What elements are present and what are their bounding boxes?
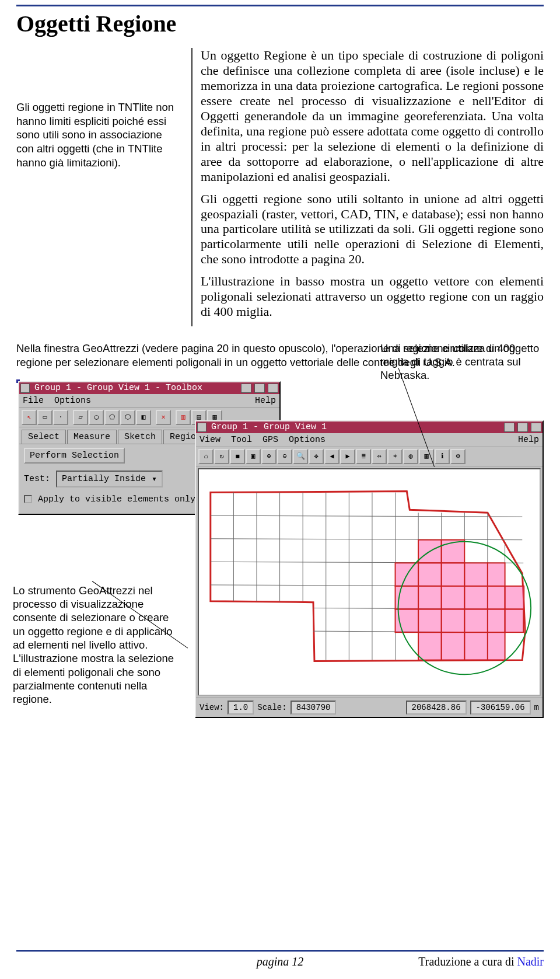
menu-options[interactable]: Options [289,435,326,445]
translation-link[interactable]: Nadir [517,955,544,968]
svg-rect-33 [418,609,442,632]
tab-sketch[interactable]: Sketch [118,430,162,444]
close-icon[interactable] [531,423,541,432]
chart-icon[interactable]: ▥ [176,410,191,425]
svg-line-1 [211,539,522,540]
paragraph-1: Un oggetto Regione è un tipo speciale di… [201,48,544,184]
region-icon[interactable]: ◧ [136,410,151,425]
svg-rect-39 [442,632,465,660]
shape-icon[interactable]: ⬠ [104,410,120,425]
home-icon[interactable]: ⌂ [198,449,214,464]
viewer-menubar: View Tool GPS Options Help [196,433,542,447]
toolbox-menubar: File Options Help [19,394,279,408]
svg-rect-20 [442,540,465,563]
svg-rect-28 [442,586,465,609]
paragraph-3: L'illustrazione in basso mostra un ogget… [201,274,544,319]
main-body: Un oggetto Regione è un tipo speciale di… [191,48,544,326]
point-icon[interactable]: · [53,410,68,425]
poly-icon[interactable]: ▱ [73,410,88,425]
prev-icon[interactable]: ◀ [324,449,340,464]
status-view-value: 1.0 [228,701,254,715]
svg-rect-29 [464,586,488,609]
svg-rect-24 [464,563,488,586]
arrow-icon[interactable]: ↖ [22,410,37,425]
ellipse-icon[interactable]: ◯ [89,410,104,425]
side-note: Gli oggetti regione in TNTlite non hanno… [16,48,180,326]
viewer-title: Group 1 - Group View 1 [209,422,501,432]
delete-icon[interactable]: ✕ [156,410,171,425]
minimize-icon[interactable] [241,384,251,393]
viewer-toolbar: ⌂ ↻ ◼ ▣ ⊕ ⊖ 🔍 ✥ ◀ ▶ ≣ ⇔ ⌖ ◍ ▦ ℹ ⚙ [196,447,542,466]
dropdown-icon: ▾ [152,473,157,485]
minimize-icon[interactable] [504,423,514,432]
svg-rect-37 [505,609,524,632]
svg-line-0 [211,515,522,517]
viewer-titlebar[interactable]: Group 1 - Group View 1 [196,421,542,433]
menu-file[interactable]: File [23,396,44,406]
settings-icon[interactable]: ⚙ [450,449,466,464]
screenshots-area: Una regione circolare di 400 miglia di r… [16,374,544,747]
close-icon[interactable] [268,384,278,393]
svg-rect-34 [442,609,465,632]
translation-credit: Traduzione a cura di Nadir [418,955,544,968]
menu-view[interactable]: View [200,435,220,445]
layers-icon[interactable]: ≣ [356,449,371,464]
maximize-icon[interactable] [517,423,528,432]
tab-select[interactable]: Select [22,430,66,444]
toolbox-title: Group 1 - Group View 1 - Toolbox [32,383,238,393]
status-view-label: View: [200,703,224,712]
svg-rect-22 [418,563,442,586]
next-icon[interactable]: ▶ [340,449,355,464]
zoom-box-icon[interactable]: 🔍 [293,449,308,464]
shape2-icon[interactable]: ⬡ [120,410,135,425]
map-canvas[interactable] [198,468,541,696]
svg-rect-30 [488,586,505,609]
zoom-in-icon[interactable]: ⊕ [261,449,276,464]
callout-geoattrezzi-tool: Lo strumento GeoAttrezzi nel processo di… [13,584,182,706]
scale-icon[interactable]: ⇔ [372,449,387,464]
zoom-fit-icon[interactable]: ▣ [246,449,261,464]
map-svg [199,469,540,695]
paragraph-2: Gli oggetti regione sono utili soltanto … [201,191,544,267]
info-icon[interactable]: ℹ [435,449,450,464]
test-dropdown[interactable]: Partially Inside ▾ [56,471,163,487]
svg-rect-23 [442,563,465,586]
apply-checkbox[interactable] [24,495,32,503]
status-scale-value: 8430790 [290,701,337,715]
page-number: pagina 12 [257,955,304,968]
pan-icon[interactable]: ✥ [309,449,324,464]
menu-tool[interactable]: Tool [231,435,252,445]
status-unit: m [534,703,539,712]
menu-help[interactable]: Help [255,396,276,406]
system-menu-icon[interactable] [20,384,30,393]
refresh-icon[interactable]: ↻ [214,449,229,464]
status-scale-label: Scale: [257,703,286,712]
system-menu-icon[interactable] [197,423,206,432]
translation-text: Traduzione a cura di [418,955,517,968]
status-coord-y: -306159.06 [470,701,531,715]
svg-rect-31 [505,586,524,609]
rect-icon[interactable]: ▭ [37,410,52,425]
page-title: Oggetti Regione [16,10,544,37]
zoom-out-icon[interactable]: ⊖ [277,449,292,464]
test-label: Test: [24,474,50,484]
svg-rect-36 [488,609,505,632]
test-value: Partially Inside [62,474,146,484]
perform-selection-button[interactable]: Perform Selection [24,448,125,464]
svg-rect-25 [488,563,505,586]
menu-help[interactable]: Help [518,435,539,445]
tab-measure[interactable]: Measure [67,430,117,444]
menu-gps[interactable]: GPS [262,435,278,445]
apply-label: Apply to visible elements only [38,494,195,504]
toolbox-titlebar[interactable]: Group 1 - Group View 1 - Toolbox [19,382,279,394]
globe-icon[interactable]: ◍ [403,449,418,464]
maximize-icon[interactable] [254,384,265,393]
viewer-statusbar: View: 1.0 Scale: 8430790 2068428.86 -306… [196,698,542,717]
svg-rect-35 [464,609,488,632]
mag-icon[interactable]: ⌖ [387,449,402,464]
menu-options[interactable]: Options [54,396,91,406]
stop-icon[interactable]: ◼ [230,449,245,464]
viewer-window: Group 1 - Group View 1 View Tool GPS Opt… [195,420,544,718]
svg-rect-27 [418,586,442,609]
status-coord-x: 2068428.86 [406,701,467,715]
